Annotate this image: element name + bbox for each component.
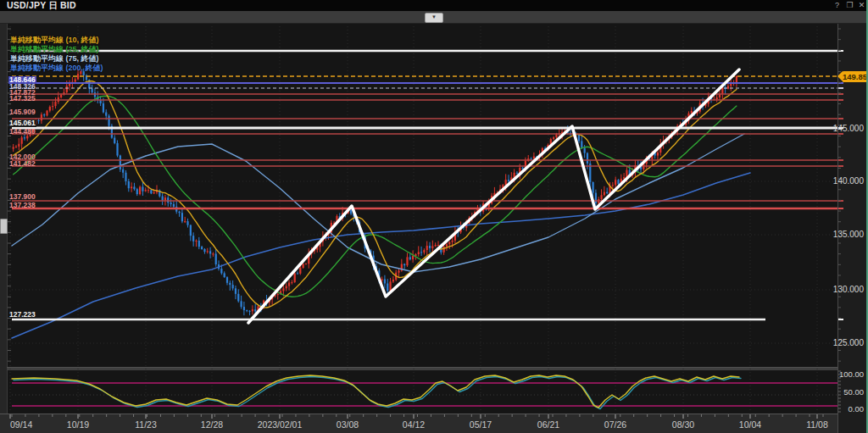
price-tag-arrow — [837, 71, 843, 81]
toolbar-collapse-button[interactable]: ▼ — [425, 13, 443, 23]
toolbar: ▼ — [0, 11, 866, 24]
pane-splitter-handle[interactable] — [0, 219, 8, 234]
title-bar: USD/JPY 日 BID ? ❐ ✕ — [0, 0, 866, 11]
current-price-value: 149.853 — [843, 72, 868, 81]
window-title: USD/JPY 日 BID — [7, 0, 76, 12]
chart-canvas[interactable] — [7, 23, 837, 414]
price-axis[interactable] — [837, 23, 868, 433]
help-button[interactable]: ? — [832, 0, 843, 10]
current-price-tag: 149.853 — [843, 71, 868, 82]
time-axis[interactable] — [0, 414, 837, 433]
close-button[interactable]: ✕ — [856, 0, 867, 10]
maximize-button[interactable]: ❐ — [844, 0, 855, 10]
chart-window: 148.646148.326147.872147.325145.909145.0… — [0, 0, 868, 433]
